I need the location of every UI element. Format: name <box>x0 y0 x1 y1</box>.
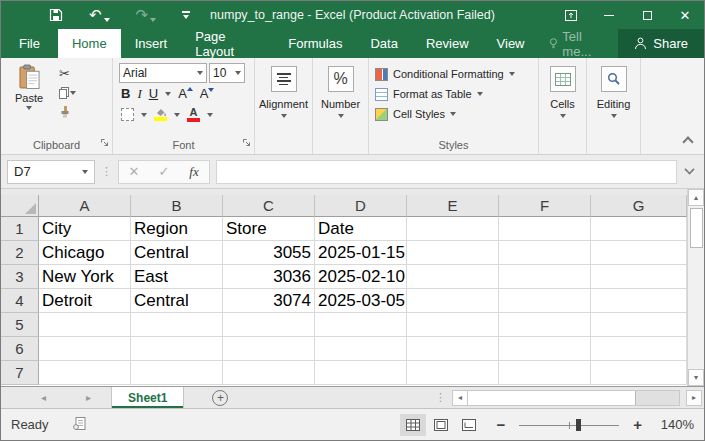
cell-E1[interactable] <box>407 217 499 241</box>
maximize-button[interactable] <box>628 1 666 29</box>
cell-B2[interactable]: Central <box>131 241 223 265</box>
cell-C2[interactable]: 3055 <box>223 241 315 265</box>
zoom-level[interactable]: 140% <box>656 417 694 432</box>
cell-F3[interactable] <box>499 265 591 289</box>
paste-dropdown-icon[interactable] <box>26 106 32 110</box>
row-header-1[interactable]: 1 <box>1 217 39 241</box>
cell-C1[interactable]: Store <box>223 217 315 241</box>
save-button[interactable] <box>49 8 63 22</box>
cell-B4[interactable]: Central <box>131 289 223 313</box>
format-as-table-button[interactable]: Format as Table <box>375 84 538 104</box>
zoom-slider[interactable] <box>519 418 619 432</box>
cancel-entry-button[interactable]: ✕ <box>119 164 149 179</box>
column-header-B[interactable]: B <box>131 195 223 217</box>
redo-dropdown-icon[interactable] <box>150 18 156 22</box>
tab-insert[interactable]: Insert <box>121 29 182 58</box>
horizontal-scroll-track[interactable] <box>468 390 680 406</box>
editing-group[interactable]: Editing <box>587 58 641 154</box>
tell-me-box[interactable]: Tell me... <box>539 29 619 58</box>
tab-file[interactable]: File <box>1 29 58 58</box>
cell-F7[interactable] <box>499 361 591 385</box>
fill-color-dropdown-icon[interactable] <box>174 113 180 117</box>
editing-dropdown-icon[interactable] <box>611 114 617 118</box>
format-painter-button[interactable] <box>59 104 76 119</box>
redo-button[interactable]: ↷ <box>136 8 157 22</box>
shrink-font-button[interactable]: A <box>200 86 215 101</box>
cut-button[interactable]: ✂ <box>59 66 76 81</box>
number-group[interactable]: % Number <box>313 58 369 154</box>
number-dropdown-icon[interactable] <box>338 114 344 118</box>
cell-G1[interactable] <box>591 217 687 241</box>
cell-F6[interactable] <box>499 337 591 361</box>
normal-view-button[interactable] <box>400 414 426 436</box>
borders-dropdown-icon[interactable] <box>141 113 147 117</box>
column-header-E[interactable]: E <box>407 195 499 217</box>
cell-G4[interactable] <box>591 289 687 313</box>
tab-page-layout[interactable]: Page Layout <box>181 29 274 58</box>
cell-E3[interactable] <box>407 265 499 289</box>
tab-view[interactable]: View <box>483 29 539 58</box>
row-header-6[interactable]: 6 <box>1 337 39 361</box>
cell-D1[interactable]: Date <box>315 217 407 241</box>
cells-dropdown-icon[interactable] <box>560 114 566 118</box>
underline-button[interactable]: U <box>149 86 158 101</box>
conditional-formatting-button[interactable]: Conditional Formatting <box>375 64 538 84</box>
font-size-select[interactable]: 10 <box>209 63 245 83</box>
tab-home[interactable]: Home <box>58 29 121 58</box>
macro-record-button[interactable] <box>73 416 86 434</box>
cell-B1[interactable]: Region <box>131 217 223 241</box>
cells-group[interactable]: Cells <box>539 58 587 154</box>
vertical-scroll-thumb[interactable] <box>690 208 703 248</box>
column-header-G[interactable]: G <box>591 195 687 217</box>
cell-E7[interactable] <box>407 361 499 385</box>
fill-color-button[interactable] <box>154 108 167 121</box>
copy-button[interactable] <box>59 85 76 100</box>
alignment-dropdown-icon[interactable] <box>281 114 287 118</box>
row-header-5[interactable]: 5 <box>1 313 39 337</box>
vertical-scrollbar[interactable]: ▴ ▾ <box>687 189 704 386</box>
customize-qat-button[interactable] <box>182 11 190 19</box>
cell-A5[interactable] <box>39 313 131 337</box>
zoom-out-button[interactable]: − <box>496 416 505 433</box>
cell-D6[interactable] <box>315 337 407 361</box>
insert-function-button[interactable]: fx <box>179 164 209 180</box>
column-header-F[interactable]: F <box>499 195 591 217</box>
page-break-preview-button[interactable] <box>456 414 482 436</box>
bold-button[interactable]: B <box>121 86 130 101</box>
cell-D7[interactable] <box>315 361 407 385</box>
cell-A1[interactable]: City <box>39 217 131 241</box>
column-header-C[interactable]: C <box>223 195 315 217</box>
scroll-right-button[interactable]: ▸ <box>686 390 702 406</box>
cell-A6[interactable] <box>39 337 131 361</box>
cell-D4[interactable]: 2025-03-05 <box>315 289 407 313</box>
scroll-left-button[interactable]: ◂ <box>452 390 468 406</box>
cell-G6[interactable] <box>591 337 687 361</box>
cell-A3[interactable]: New York <box>39 265 131 289</box>
cell-G3[interactable] <box>591 265 687 289</box>
formula-input[interactable] <box>216 160 677 184</box>
alignment-group[interactable]: Alignment <box>255 58 313 154</box>
page-layout-view-button[interactable] <box>428 414 454 436</box>
cell-A7[interactable] <box>39 361 131 385</box>
cell-styles-button[interactable]: Cell Styles <box>375 104 538 124</box>
cell-G2[interactable] <box>591 241 687 265</box>
cell-E2[interactable] <box>407 241 499 265</box>
cell-B5[interactable] <box>131 313 223 337</box>
cell-B3[interactable]: East <box>131 265 223 289</box>
zoom-slider-thumb[interactable] <box>576 419 581 431</box>
cell-D3[interactable]: 2025-02-10 <box>315 265 407 289</box>
row-header-2[interactable]: 2 <box>1 241 39 265</box>
close-button[interactable]: ✕ <box>666 1 704 29</box>
previous-sheet-button[interactable]: ◂ <box>41 392 46 403</box>
cell-A4[interactable]: Detroit <box>39 289 131 313</box>
font-color-dropdown-icon[interactable] <box>207 113 213 117</box>
italic-button[interactable]: I <box>137 86 141 102</box>
undo-dropdown-icon[interactable] <box>104 18 110 22</box>
collapse-ribbon-button[interactable] <box>682 136 693 147</box>
clipboard-dialog-launcher[interactable] <box>101 133 109 151</box>
cell-F5[interactable] <box>499 313 591 337</box>
enter-entry-button[interactable]: ✓ <box>149 164 179 179</box>
cell-A2[interactable]: Chicago <box>39 241 131 265</box>
horizontal-scroll-thumb[interactable] <box>468 391 636 405</box>
minimize-button[interactable] <box>590 1 628 29</box>
